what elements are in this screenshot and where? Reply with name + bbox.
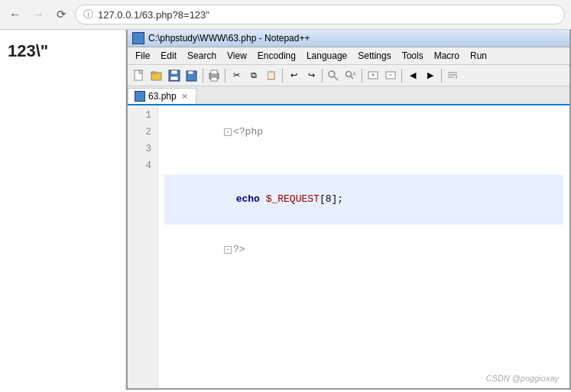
svg-rect-11: [211, 77, 217, 81]
menu-encoding[interactable]: Encoding: [253, 49, 300, 63]
toolbar-redo[interactable]: ↪: [303, 67, 320, 84]
code-line-2: [164, 157, 563, 174]
forward-button[interactable]: →: [29, 5, 47, 24]
sidebar-text: 123\": [0, 30, 125, 73]
line-num-1: 1: [134, 107, 151, 124]
fold-indicator-4[interactable]: -: [224, 246, 232, 254]
code-line-4: -?>: [164, 225, 563, 275]
tab-close-button[interactable]: ✕: [180, 92, 190, 102]
address-bar[interactable]: [98, 9, 556, 21]
svg-line-13: [334, 76, 338, 80]
line-num-2: 2: [134, 124, 151, 141]
browser-content: 123\" C:\phpstudy\WWW\63.php - Notepad++…: [0, 30, 571, 390]
notepad-titlebar: C:\phpstudy\WWW\63.php - Notepad++: [128, 30, 569, 47]
svg-rect-10: [211, 70, 217, 74]
left-sidebar: 123\": [0, 30, 126, 390]
toolbar-sep-4: [322, 69, 323, 83]
toolbar-sep-3: [282, 69, 283, 83]
toolbar-next[interactable]: ▶: [422, 67, 439, 84]
svg-text:A: A: [352, 71, 356, 76]
browser-toolbar: ← → ⟳ ⓘ: [0, 0, 571, 29]
toolbar-print[interactable]: [206, 67, 222, 84]
svg-rect-3: [151, 72, 156, 73]
toolbar-sep-7: [441, 69, 442, 83]
tab-label: 63.php: [148, 91, 177, 102]
toolbar-wordwrap[interactable]: [444, 67, 461, 84]
toolbar-save[interactable]: [166, 67, 183, 84]
back-button[interactable]: ←: [6, 5, 24, 24]
menu-file[interactable]: File: [131, 49, 154, 63]
line-numbers: 1 2 3 4: [128, 105, 158, 388]
editor-area: 1 2 3 4 -<?php echo $_REQUEST[8]; -?>: [128, 105, 569, 388]
menu-edit[interactable]: Edit: [156, 49, 181, 63]
menu-view[interactable]: View: [222, 49, 251, 63]
toolbar-zoom-out[interactable]: [382, 67, 399, 84]
menu-macro[interactable]: Macro: [430, 49, 464, 63]
toolbar-sep-1: [203, 69, 203, 83]
svg-rect-1: [139, 70, 142, 73]
toolbar-undo[interactable]: ↩: [285, 67, 302, 84]
toolbar-prev[interactable]: ◀: [404, 67, 421, 84]
notepad-window: C:\phpstudy\WWW\63.php - Notepad++ File …: [126, 30, 571, 390]
fold-indicator-1[interactable]: -: [224, 128, 232, 136]
line-num-4: 4: [134, 157, 151, 174]
info-icon: ⓘ: [83, 8, 93, 21]
svg-rect-8: [188, 71, 193, 74]
toolbar-copy[interactable]: ⧉: [245, 67, 262, 84]
notepad-title: C:\phpstudy\WWW\63.php - Notepad++: [148, 33, 310, 44]
code-line-1: -<?php: [164, 107, 563, 157]
browser-chrome: ← → ⟳ ⓘ: [0, 0, 571, 30]
menu-settings[interactable]: Settings: [353, 49, 395, 63]
svg-rect-6: [170, 76, 178, 80]
tab-63php[interactable]: 63.php ✕: [128, 88, 196, 104]
address-bar-container: ⓘ: [75, 5, 565, 24]
toolbar-sep-5: [362, 69, 362, 83]
toolbar-cut[interactable]: ✂: [228, 67, 245, 84]
refresh-button[interactable]: ⟳: [52, 5, 70, 24]
menu-language[interactable]: Language: [302, 49, 352, 63]
svg-point-14: [346, 71, 352, 76]
toolbar-sep-6: [401, 69, 402, 83]
tab-bar: 63.php ✕: [128, 86, 569, 105]
toolbar-new[interactable]: [131, 67, 148, 84]
watermark: CSDN @poggioxay: [485, 374, 559, 383]
notepad-menubar: File Edit Search View Encoding Language …: [128, 47, 569, 65]
tab-file-icon: [135, 91, 145, 102]
svg-line-15: [351, 76, 354, 79]
toolbar-open[interactable]: [148, 67, 165, 84]
toolbar-sep-2: [225, 69, 225, 83]
line-num-3: 3: [134, 141, 151, 157]
toolbar-paste[interactable]: 📋: [263, 67, 280, 84]
code-area[interactable]: -<?php echo $_REQUEST[8]; -?>: [158, 105, 569, 388]
menu-run[interactable]: Run: [466, 49, 492, 63]
toolbar-find-replace[interactable]: A: [342, 67, 359, 84]
svg-point-12: [329, 71, 335, 77]
toolbar-find[interactable]: [325, 67, 342, 84]
notepad-icon: [132, 32, 144, 44]
toolbar-zoom-in[interactable]: [365, 67, 381, 84]
menu-tools[interactable]: Tools: [397, 49, 428, 63]
menu-search[interactable]: Search: [183, 49, 221, 63]
code-line-3: echo $_REQUEST[8];: [164, 174, 563, 225]
svg-rect-5: [171, 70, 177, 74]
notepad-toolbar: ✂ ⧉ 📋 ↩ ↪ A ◀ ▶: [128, 65, 569, 86]
toolbar-save-all[interactable]: [183, 67, 200, 84]
